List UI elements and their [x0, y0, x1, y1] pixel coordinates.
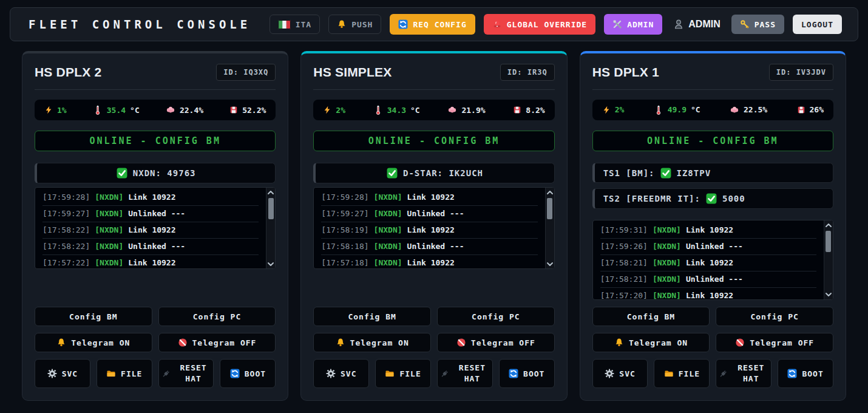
telegram-on-button[interactable]: Telegram ON	[313, 333, 431, 352]
thermometer-icon	[93, 105, 103, 115]
device-card-hs-simplex: HS SIMPLEX ID: IR3Q 2% 34.3°C 21.9% 8.2%…	[300, 51, 567, 401]
chevron-down-icon	[545, 259, 555, 269]
logout-button[interactable]: LOGOUT	[793, 15, 842, 34]
global-override-button[interactable]: GLOBAL OVERRIDE	[484, 14, 595, 35]
mode-value: IZ8TPV	[677, 168, 711, 178]
log-entry: [17:59:28][NXDN]Link 10922	[42, 189, 259, 206]
reset-hat-button[interactable]: RESET HAT	[716, 359, 771, 388]
scrollbar-thumb[interactable]	[826, 231, 831, 252]
scrollbar[interactable]	[545, 188, 554, 268]
log-message: Link 10922	[128, 225, 175, 234]
pass-button[interactable]: PASS	[731, 15, 784, 34]
config-pc-button[interactable]: Config PC	[158, 307, 276, 326]
log-entry: [17:58:22][NXDN]Link 10922	[42, 222, 259, 239]
log-time: [17:57:22]	[42, 258, 90, 267]
disk-icon	[513, 106, 521, 114]
cpu-stat: 22.4%	[166, 105, 203, 115]
config-bm-button[interactable]: Config BM	[35, 307, 152, 326]
svc-button[interactable]: SVC	[313, 359, 369, 388]
telegram-off-label: Telegram OFF	[750, 338, 814, 347]
push-button[interactable]: PUSH	[328, 15, 381, 34]
log-time: [17:59:28]	[42, 193, 90, 202]
file-button[interactable]: FILE	[375, 359, 431, 388]
scrollbar[interactable]	[824, 220, 833, 299]
card-header: HS DPLX 1 ID: IV3JDV	[592, 64, 833, 81]
req-config-button[interactable]: REQ CONFIG	[390, 14, 475, 35]
telegram-off-button[interactable]: Telegram OFF	[716, 333, 833, 352]
log-time: [17:58:22]	[42, 225, 90, 234]
log-tag: [NXDN]	[95, 242, 123, 251]
reset-hat-button[interactable]: RESET HAT	[158, 359, 214, 388]
svc-button[interactable]: SVC	[35, 359, 90, 388]
temperature-value: 34.3	[387, 106, 406, 115]
file-label: FILE	[679, 369, 700, 378]
brain-icon	[730, 105, 739, 115]
language-button[interactable]: ITA	[270, 15, 320, 34]
gear-icon	[326, 369, 336, 378]
config-pc-button[interactable]: Config PC	[716, 307, 833, 326]
cpu-stat: 22.5%	[730, 105, 767, 115]
boot-button[interactable]: BOOT	[220, 359, 276, 388]
log-entry: [17:58:21][NXDN]Unlinked ---	[600, 271, 816, 288]
disk-icon	[797, 106, 805, 114]
scroll-down-button[interactable]	[546, 259, 554, 268]
file-button[interactable]: FILE	[97, 359, 152, 388]
boot-button[interactable]: BOOT	[499, 359, 555, 388]
stats-bar: 2% 34.3°C 21.9% 8.2%	[313, 100, 554, 120]
boot-button[interactable]: BOOT	[778, 359, 833, 388]
config-pc-button[interactable]: Config PC	[437, 307, 555, 326]
bell-icon	[336, 338, 345, 347]
scroll-up-button[interactable]	[546, 188, 554, 197]
scroll-down-button[interactable]	[824, 290, 833, 299]
telegram-on-label: Telegram ON	[71, 338, 130, 347]
stats-bar: 1% 35.4°C 22.4% 52.2%	[35, 100, 276, 120]
telegram-on-button[interactable]: Telegram ON	[592, 333, 710, 352]
card-header: HS DPLX 2 ID: IQ3XQ	[35, 64, 276, 81]
device-id-badge: ID: IR3Q	[500, 64, 555, 81]
scrollbar-track[interactable]	[546, 197, 554, 259]
scrollbar-thumb[interactable]	[268, 198, 274, 219]
card-title: HS DPLX 1	[592, 65, 659, 80]
log-entry: [17:57:20][NXDN]Link 10922	[600, 288, 816, 299]
folder-icon	[385, 369, 395, 378]
config-bm-button[interactable]: Config BM	[313, 307, 431, 326]
reset-hat-button[interactable]: RESET HAT	[437, 359, 493, 388]
divider	[35, 89, 276, 90]
card-actions: Config BM Config PC Telegram ON Telegram…	[35, 300, 276, 388]
admin-button[interactable]: ADMIN	[604, 14, 662, 35]
scrollbar[interactable]	[266, 188, 275, 268]
scrollbar-track[interactable]	[266, 197, 275, 259]
chevron-down-icon	[266, 259, 276, 269]
log-entry: [17:59:31][NXDN]Link 10922	[600, 222, 816, 239]
log-message: Unlinked ---	[407, 242, 464, 251]
logged-in-user: ADMIN	[673, 19, 720, 30]
scroll-up-button[interactable]	[824, 220, 833, 230]
file-button[interactable]: FILE	[654, 359, 710, 388]
mode-label: TS1 [BM]:	[603, 168, 655, 178]
reset-hat-label: RESET HAT	[733, 363, 768, 384]
config-bm-button[interactable]: Config BM	[592, 307, 710, 326]
log-message: Unlinked ---	[686, 242, 743, 251]
folder-icon	[106, 369, 116, 378]
header-actions: ITA PUSH REQ CONFIG GLOBAL OVERRIDE ADMI…	[270, 14, 842, 35]
log-message: Unlinked ---	[686, 275, 743, 284]
telegram-off-button[interactable]: Telegram OFF	[158, 333, 276, 352]
device-card-hs-dplx-1: HS DPLX 1 ID: IV3JDV 2% 49.9°C 22.5% 26%…	[580, 51, 846, 401]
telegram-on-button[interactable]: Telegram ON	[35, 333, 152, 352]
telegram-off-button[interactable]: Telegram OFF	[437, 333, 555, 352]
log-tag: [NXDN]	[374, 193, 402, 202]
divider	[313, 89, 554, 90]
card-actions: Config BM Config PC Telegram ON Telegram…	[313, 300, 554, 388]
scrollbar-thumb[interactable]	[547, 198, 552, 219]
bell-icon	[337, 19, 347, 29]
scroll-up-button[interactable]	[266, 188, 275, 197]
log-time: [17:59:31]	[600, 225, 648, 234]
scrollbar-track[interactable]	[824, 230, 833, 290]
log-tag: [NXDN]	[653, 258, 681, 267]
scroll-down-button[interactable]	[266, 259, 275, 268]
log-entry: [17:59:27][NXDN]Unlinked ---	[321, 206, 537, 222]
svc-button[interactable]: SVC	[592, 359, 648, 388]
power-stat: 2%	[602, 105, 625, 114]
disk-stat: 26%	[797, 105, 824, 114]
lightning-icon	[323, 106, 331, 114]
